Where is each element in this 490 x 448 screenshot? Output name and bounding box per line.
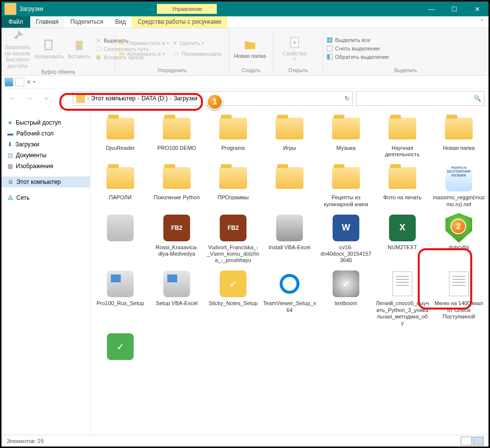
file-label: massimo_reggin(muzmo.ru).net [432,194,486,207]
file-item[interactable]: Новая папка [431,112,487,160]
svg-rect-0 [45,40,52,49]
file-item[interactable]: ✓textboom [318,268,374,328]
file-item[interactable]: FB2Rossi_Krasavica-dlya-Medvedya [149,212,204,266]
file-item[interactable]: Игры [262,112,317,160]
file-label: textboom [335,300,357,307]
delete-button[interactable]: ✕Удалить▾ [173,40,222,46]
sidebar-item-quick-access[interactable]: ★Быстрый доступ [1,117,90,128]
file-label: Sticky_Notes_Setup [208,300,257,307]
file-item[interactable]: Меню на 1400 ккал от Олеси Поступкиной [431,268,487,328]
file-item[interactable]: Музыка [318,112,374,160]
refresh-button[interactable]: ↻ [344,95,349,102]
close-button[interactable]: ✕ [466,1,489,16]
invert-selection-button[interactable]: Обратить выделение [326,53,389,60]
file-view[interactable]: DjvuReaderPRO100 DEMOProgramsИгрыМузыкаН… [91,108,489,435]
tab-share[interactable]: Поделиться [64,16,109,28]
file-item[interactable]: Легкий_способ_выучить_Python_3_уникальна… [375,268,430,328]
file-item[interactable]: ПРОграммы [205,162,261,209]
file-item[interactable]: Programs [205,112,261,160]
sidebar-item-pictures[interactable]: ▦Изображения [1,161,90,172]
svg-rect-10 [330,41,333,43]
new-folder-button[interactable]: Новая папка [232,38,268,59]
rename-button[interactable]: Переименовать [173,50,222,57]
file-thumbnail [104,114,137,143]
item-count: 29 [38,438,44,444]
file-item[interactable]: FB2Vudvort_Franciska_-_Vsem_komu_dolzhna… [205,212,261,266]
search-input[interactable]: 🔍 [356,91,485,106]
breadcrumb[interactable]: DATA (D:) [142,95,168,102]
svg-rect-9 [327,41,330,43]
view-details-button[interactable] [15,78,24,87]
file-label: Научная деятельность [376,145,429,158]
file-thumbnail [273,114,306,143]
file-thumbnail [104,214,137,242]
qab-delete-icon[interactable]: ✕ [26,79,31,86]
desktop-icon: ▬ [7,130,13,137]
file-menu[interactable]: Файл [1,16,30,28]
tab-home[interactable]: Главная [30,16,65,28]
back-button[interactable]: ← [5,91,19,105]
file-item[interactable]: XNUM2TEXT [375,212,430,266]
file-item[interactable]: Фото на печать [375,162,430,209]
file-label: Programs [221,145,245,151]
file-thumbnail: X [386,214,419,242]
window-title: Загрузки [19,5,43,12]
file-thumbnail [104,269,137,298]
maximize-button[interactable]: ☐ [443,1,466,16]
file-item[interactable] [262,162,317,209]
file-item[interactable]: Поколение Python [149,162,204,209]
file-thumbnail [217,164,249,192]
view-details-button[interactable] [461,437,472,446]
select-none-button[interactable]: Снять выделение [326,45,389,52]
clipboard-group-label: Буфер обмена [4,69,112,76]
file-label: Новая папка [443,145,475,151]
file-item[interactable]: Научная деятельность [375,112,430,160]
collapse-ribbon-button[interactable]: ⌃ [476,16,489,28]
properties-button[interactable]: Свойства▾ [277,36,312,61]
file-item[interactable]: muzmo.ruБЕСПЛАТНАЯМУЗЫКАmassimo_reggin(m… [431,162,487,209]
svg-rect-3 [96,55,100,59]
file-item[interactable]: Pro100_Rus_Setup [93,268,148,328]
sidebar-item-this-pc[interactable]: 🖥Этот компьютер [1,177,90,187]
file-thumbnail [217,114,249,143]
file-thumbnail [273,269,306,298]
breadcrumb[interactable]: Загрузки [174,95,197,102]
file-item[interactable]: ✓Sticky_Notes_Setup [205,268,261,328]
tab-view[interactable]: Вид [109,16,132,28]
file-label: dobcyfnj [449,244,469,251]
copy-button[interactable]: Копировать [35,39,64,60]
annotation-badge-2: 2 [450,219,466,234]
move-to-button[interactable]: Переместить в▾ [118,40,169,46]
file-item[interactable]: ✓ [93,330,148,365]
file-item[interactable]: PRO100 DEMO [149,112,204,160]
file-item[interactable]: Install VBA-Excel [262,212,317,266]
sidebar-item-network[interactable]: 🖧Сеть [1,192,90,203]
file-label: Vudvort_Franciska_-_Vsem_komu_dolzhna_-_… [206,244,260,264]
up-button[interactable]: ↑ [56,91,70,105]
sidebar-item-downloads[interactable]: ⬇Загрузки [1,139,90,150]
file-item[interactable] [93,212,148,266]
pin-quick-access-button[interactable]: Закрепить на панели быстрого доступа [4,29,31,69]
view-icons-button[interactable] [473,437,484,446]
file-item[interactable]: Wcv16-dn40docx_301541573640 [318,212,374,266]
select-all-button[interactable]: Выделить все [326,37,389,44]
new-group-label: Создать [232,68,270,74]
tab-picture-tools[interactable]: Средства работы с рисунками [132,16,227,28]
forward-button[interactable]: → [22,91,36,105]
minimize-button[interactable]: ― [420,1,443,16]
file-item[interactable]: Рецепты из кулинарной книги [318,162,374,209]
view-large-icons-button[interactable] [4,78,13,87]
sidebar-item-desktop[interactable]: ▬Рабочий стол [1,128,90,139]
sidebar-item-documents[interactable]: ▤Документы [1,150,90,161]
file-item[interactable]: DjvuReader [93,112,148,160]
breadcrumb[interactable]: Этот компьютер [91,95,136,102]
file-item[interactable]: Setup VBA-Excel [149,268,204,328]
file-thumbnail [386,269,419,298]
recent-button[interactable]: ▾ [39,91,53,105]
file-thumbnail [330,164,362,192]
paste-button[interactable]: Вставить [68,39,91,60]
file-item[interactable]: TeamViewer_Setup_x64 [262,268,317,328]
copy-to-button[interactable]: Копировать в▾ [118,50,169,57]
file-thumbnail [273,214,306,242]
file-item[interactable]: ПАРОЛИ [93,162,148,209]
